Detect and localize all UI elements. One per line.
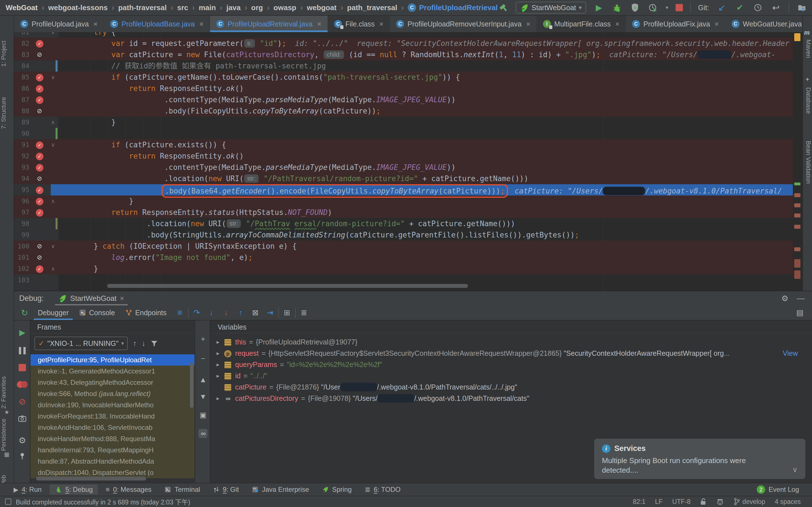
frames-vscrollbar[interactable]: [190, 363, 193, 408]
status-message[interactable]: Build completed successfully in 2 s 689 …: [16, 497, 190, 506]
build-hammer-icon[interactable]: [498, 2, 508, 13]
close-icon[interactable]: ×: [199, 20, 204, 29]
code-line[interactable]: 82✓ var id = request.getParameter(s: "id…: [14, 38, 793, 49]
editor-tab[interactable]: CProfileUploadRemoveUserInput.java×: [390, 16, 537, 32]
git-update-button[interactable]: ↙: [716, 2, 727, 13]
breadcrumb-item[interactable]: src: [177, 3, 188, 12]
breadcrumb-item[interactable]: webgoat-lessons: [48, 3, 108, 12]
remove-watch-icon[interactable]: −: [195, 354, 211, 363]
move-down-icon[interactable]: ▼: [195, 392, 211, 401]
toolwindow-button-terminal[interactable]: Terminal: [159, 485, 205, 495]
caret-position[interactable]: 82:1: [633, 498, 646, 506]
error-stripe-mark[interactable]: [794, 193, 801, 197]
evaluate-expression-icon[interactable]: ⊞: [281, 308, 294, 317]
error-stripe-mark[interactable]: [794, 182, 801, 185]
frames-hscrollbar[interactable]: [36, 476, 146, 481]
stack-frame-row[interactable]: invokeForRequest:138, InvocableHand: [31, 411, 195, 422]
code-line[interactable]: 100⊘∨ } catch (IOException | URISyntaxEx…: [14, 240, 793, 252]
editor-tab[interactable]: CWebGoatUser.java×: [725, 16, 803, 32]
breadcrumb-item[interactable]: path_traversal: [347, 3, 397, 12]
sidebar-item-persistence[interactable]: Persistence: [0, 409, 13, 451]
resume-icon[interactable]: ▶: [14, 328, 31, 337]
show-watches-icon[interactable]: ∞: [195, 429, 211, 438]
code-line[interactable]: 88⊘ .body(FileCopyUtils.copyToByteArray(…: [14, 105, 793, 117]
debugger-tab-debugger[interactable]: Debugger: [33, 305, 74, 320]
project-structure-button[interactable]: [797, 2, 807, 13]
close-icon[interactable]: ×: [120, 294, 124, 303]
editor-tab[interactable]: IMultipartFile.class×: [537, 16, 626, 32]
variable-row[interactable]: ▸prequest={HttpServlet3RequestFactory$Se…: [211, 348, 812, 359]
debugger-tab-console[interactable]: Console: [74, 305, 120, 320]
close-icon[interactable]: ×: [93, 20, 98, 29]
code-line[interactable]: 95✓ .body(Base64.getEncoder().encode(Fil…: [14, 184, 793, 195]
code-line[interactable]: 84 // 获取id的参数值 如果含有 path-traversal-secre…: [14, 60, 793, 71]
profiler-dropdown-icon[interactable]: ▾: [666, 4, 668, 11]
editor-tab[interactable]: CProfileUploadFix.java×: [626, 16, 725, 32]
stop-icon[interactable]: [14, 363, 31, 372]
breadcrumb-item[interactable]: java: [226, 3, 241, 12]
code-line[interactable]: 102✓∧ }: [14, 263, 793, 274]
close-icon[interactable]: ×: [714, 20, 719, 29]
sidebar-item-maven[interactable]: Maven: [803, 40, 812, 58]
stack-frame-row[interactable]: invoke:566, Method (java.lang.reflect): [31, 388, 195, 399]
stack-frame-row[interactable]: invoke:-1, GeneratedMethodAccessor1: [31, 365, 195, 377]
debugger-tab-endpoints[interactable]: Endpoints: [120, 305, 172, 320]
stack-frame-row[interactable]: handleInternal:793, RequestMappingH: [31, 445, 195, 456]
git-commit-button[interactable]: ✔: [734, 2, 745, 13]
duplicate-icon[interactable]: ▣: [195, 411, 211, 419]
breadcrumb-item[interactable]: WebGoat: [6, 3, 38, 12]
expand-arrow-icon[interactable]: ▸: [213, 348, 223, 359]
add-watch-icon[interactable]: +: [195, 335, 211, 343]
pause-icon[interactable]: [14, 346, 31, 355]
force-step-into-icon[interactable]: ↓: [220, 308, 233, 317]
expand-arrow-icon[interactable]: ▸: [213, 336, 223, 348]
sidebar-item-bean-validation[interactable]: Bean Validation: [803, 141, 812, 184]
code-editor[interactable]: 81∨ try {82✓ var id = request.getParamet…: [14, 32, 793, 291]
toolwindow-button-6-todo[interactable]: ≣6: TODO: [359, 485, 405, 495]
error-stripe-mark[interactable]: [794, 203, 801, 207]
toolwindow-button-0-messages[interactable]: ≡0: Messages: [101, 485, 156, 495]
run-button[interactable]: ▶: [594, 2, 604, 13]
toolwindow-button-9-git[interactable]: 9: Git: [208, 485, 244, 495]
view-options-icon[interactable]: ≣: [297, 308, 310, 317]
toolwindow-button-4-run[interactable]: ▶4: Run: [8, 485, 47, 495]
code-line[interactable]: 81∨ try {: [14, 32, 793, 38]
breadcrumb-class-item[interactable]: CProfileUploadRetrieval: [408, 3, 498, 12]
file-encoding[interactable]: UTF-8: [672, 498, 691, 506]
stack-frame-row[interactable]: invokeHandlerMethod:888, RequestMa: [31, 433, 195, 445]
error-stripe-mark[interactable]: [794, 247, 801, 251]
console-layout-icon[interactable]: ▤: [794, 308, 806, 317]
stack-frame-row[interactable]: handle:87, AbstractHandlerMethodAda: [31, 456, 195, 467]
run-to-cursor-icon[interactable]: ⇥: [264, 308, 276, 317]
editor-tab[interactable]: CFile.class×: [328, 16, 390, 32]
highlighting-level-icon[interactable]: [716, 498, 724, 505]
line-number[interactable]: 103: [15, 274, 29, 286]
code-line[interactable]: 89∧ }: [14, 117, 793, 128]
sidebar-item-1-project[interactable]: 1: Project: [0, 27, 13, 80]
notification-balloon[interactable]: i Services Multiple Spring Boot run conf…: [594, 439, 805, 479]
toolwindow-button-java-enterprise[interactable]: EEJava Enterprise: [247, 485, 314, 495]
gear-icon[interactable]: ⚙: [781, 294, 788, 303]
toolwindow-button-spring[interactable]: Spring: [317, 485, 357, 495]
frame-up-icon[interactable]: ↑: [133, 339, 137, 348]
toolwindow-button-5-debug[interactable]: 5: Debug: [50, 485, 98, 495]
readonly-lock-icon[interactable]: [700, 498, 707, 505]
editor-error-stripe[interactable]: [793, 32, 802, 291]
error-stripe-mark[interactable]: [794, 225, 801, 229]
code-line[interactable]: 98 .location(new URI(str: "/PathTrav ers…: [14, 218, 793, 229]
close-icon[interactable]: ×: [615, 20, 619, 29]
error-stripe-mark[interactable]: [794, 214, 801, 217]
breadcrumb-item[interactable]: main: [199, 3, 216, 12]
frame-down-icon[interactable]: ↓: [142, 339, 146, 348]
breadcrumb-item[interactable]: path-traversal: [118, 3, 167, 12]
code-line[interactable]: 99 .body(StringUtils.arrayToCommaDelimit…: [14, 229, 793, 240]
code-line[interactable]: 93✓ .contentType(MediaType.parseMediaTyp…: [14, 162, 793, 173]
code-line[interactable]: 91✓∨ if (catPicture.exists()) {: [14, 139, 793, 151]
breadcrumb-item[interactable]: owasp: [273, 3, 296, 12]
coverage-button[interactable]: [629, 2, 640, 13]
filter-icon[interactable]: [151, 340, 158, 347]
error-stripe-mark[interactable]: [794, 33, 801, 41]
step-over-icon[interactable]: ↷: [190, 308, 203, 317]
stack-frame-row[interactable]: doInvoke:190, InvocableHandlerMetho: [31, 399, 195, 411]
debug-session-tab[interactable]: StartWebGoat ×: [53, 291, 129, 305]
